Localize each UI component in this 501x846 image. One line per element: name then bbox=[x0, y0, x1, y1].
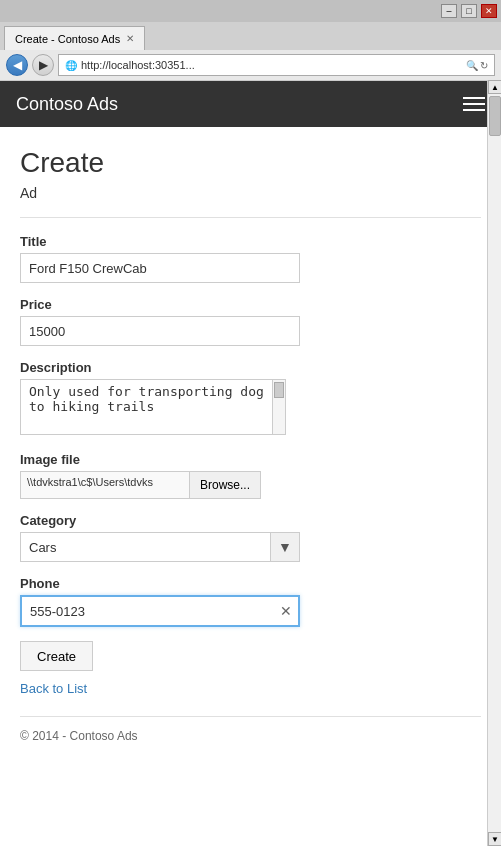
scrollbar-up-arrow[interactable]: ▲ bbox=[488, 80, 501, 94]
page-scrollbar[interactable]: ▲ ▼ bbox=[487, 80, 501, 846]
hamburger-line-3 bbox=[463, 109, 485, 111]
app-header: Contoso Ads bbox=[0, 81, 501, 127]
url-bar[interactable]: 🌐 http://localhost:30351... 🔍 ↻ bbox=[58, 54, 495, 76]
page-icon: 🌐 bbox=[65, 60, 77, 71]
search-icon[interactable]: 🔍 bbox=[466, 60, 478, 71]
browser-tab[interactable]: Create - Contoso Ads ✕ bbox=[4, 26, 145, 50]
title-field-group: Title bbox=[20, 234, 481, 283]
tab-bar: Create - Contoso Ads ✕ bbox=[0, 22, 501, 50]
url-text: http://localhost:30351... bbox=[81, 59, 462, 71]
app-title: Contoso Ads bbox=[16, 94, 118, 115]
footer: © 2014 - Contoso Ads bbox=[20, 716, 481, 743]
tab-label: Create - Contoso Ads bbox=[15, 33, 120, 45]
phone-input-wrapper: ✕ bbox=[20, 595, 300, 627]
hamburger-menu[interactable] bbox=[463, 97, 485, 111]
category-label: Category bbox=[20, 513, 481, 528]
back-to-list-link[interactable]: Back to List bbox=[20, 681, 481, 696]
category-select[interactable]: Cars Trucks Motorcycles Free bbox=[20, 532, 300, 562]
main-content: Create Ad Title Price Description Only u… bbox=[0, 127, 501, 846]
phone-input[interactable] bbox=[20, 595, 300, 627]
price-input[interactable] bbox=[20, 316, 300, 346]
description-field-group: Description Only used for transporting d… bbox=[20, 360, 481, 438]
title-bar: – □ ✕ bbox=[0, 0, 501, 22]
page-title: Create bbox=[20, 147, 481, 179]
scrollbar-thumb[interactable] bbox=[489, 96, 501, 136]
file-path: \\tdvkstra1\c$\Users\tdvks bbox=[20, 471, 190, 499]
scrollbar-down-arrow[interactable]: ▼ bbox=[488, 832, 501, 846]
divider bbox=[20, 217, 481, 218]
hamburger-line-2 bbox=[463, 103, 485, 105]
forward-button[interactable]: ▶ bbox=[32, 54, 54, 76]
description-scrollbar[interactable] bbox=[272, 379, 286, 435]
price-label: Price bbox=[20, 297, 481, 312]
address-bar: ◀ ▶ 🌐 http://localhost:30351... 🔍 ↻ bbox=[0, 50, 501, 80]
create-button[interactable]: Create bbox=[20, 641, 93, 671]
file-input-wrapper: \\tdvkstra1\c$\Users\tdvks Browse... bbox=[20, 471, 481, 499]
copyright: © 2014 - Contoso Ads bbox=[20, 729, 138, 743]
phone-label: Phone bbox=[20, 576, 481, 591]
image-label: Image file bbox=[20, 452, 481, 467]
description-scrollbar-thumb bbox=[274, 382, 284, 398]
page-subtitle: Ad bbox=[20, 185, 481, 201]
browse-button[interactable]: Browse... bbox=[190, 471, 261, 499]
title-input[interactable] bbox=[20, 253, 300, 283]
close-button[interactable]: ✕ bbox=[481, 4, 497, 18]
description-wrapper: Only used for transporting dog to hiking… bbox=[20, 379, 286, 438]
phone-clear-icon[interactable]: ✕ bbox=[280, 603, 292, 619]
hamburger-line-1 bbox=[463, 97, 485, 99]
browser-chrome: – □ ✕ Create - Contoso Ads ✕ ◀ ▶ 🌐 http:… bbox=[0, 0, 501, 81]
image-field-group: Image file \\tdvkstra1\c$\Users\tdvks Br… bbox=[20, 452, 481, 499]
description-input[interactable]: Only used for transporting dog to hiking… bbox=[20, 379, 286, 435]
title-label: Title bbox=[20, 234, 481, 249]
maximize-button[interactable]: □ bbox=[461, 4, 477, 18]
category-select-wrapper: Cars Trucks Motorcycles Free ▼ bbox=[20, 532, 300, 562]
back-button[interactable]: ◀ bbox=[6, 54, 28, 76]
description-label: Description bbox=[20, 360, 481, 375]
phone-field-group: Phone ✕ bbox=[20, 576, 481, 627]
category-field-group: Category Cars Trucks Motorcycles Free ▼ bbox=[20, 513, 481, 562]
minimize-button[interactable]: – bbox=[441, 4, 457, 18]
refresh-icon[interactable]: ↻ bbox=[480, 60, 488, 71]
price-field-group: Price bbox=[20, 297, 481, 346]
tab-close-icon[interactable]: ✕ bbox=[126, 33, 134, 44]
